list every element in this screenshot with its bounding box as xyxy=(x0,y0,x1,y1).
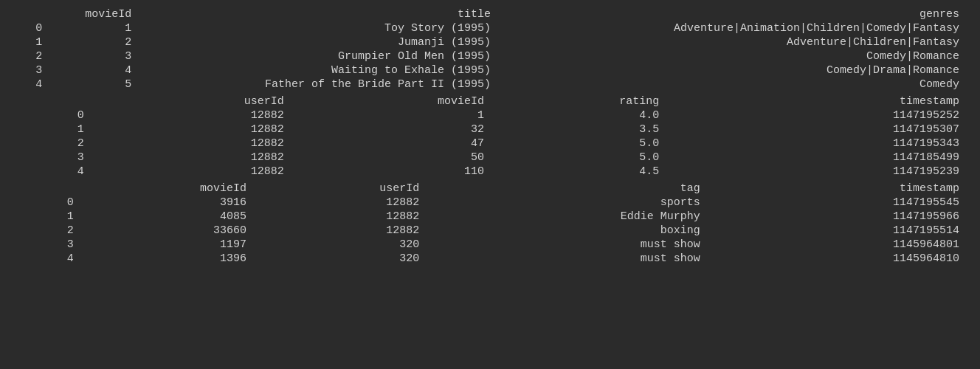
row-index: 3 xyxy=(15,151,90,165)
ratings-header-userid: userId xyxy=(90,94,290,108)
row-movieid: 110 xyxy=(290,165,490,179)
row-index: 2 xyxy=(15,137,90,151)
table-row: 4 12882 110 4.5 1147195239 xyxy=(15,165,965,179)
row-index: 1 xyxy=(15,123,90,137)
row-index: 4 xyxy=(15,252,80,266)
ratings-table: userId movieId rating timestamp 0 12882 … xyxy=(15,94,965,179)
row-movieid: 32 xyxy=(290,123,490,137)
table-row: 2 12882 47 5.0 1147195343 xyxy=(15,137,965,151)
tags-header-index xyxy=(15,182,80,196)
table-row: 4 1396 320 must show 1145964810 xyxy=(15,252,965,266)
row-movieid: 3916 xyxy=(80,196,252,210)
row-index: 2 xyxy=(15,49,48,63)
row-index: 4 xyxy=(15,165,90,179)
row-movieid: 1 xyxy=(290,108,490,123)
row-movieid: 4085 xyxy=(80,210,252,224)
row-movieid: 1197 xyxy=(80,238,252,252)
ratings-header-rating: rating xyxy=(490,94,665,108)
movies-header-genres: genres xyxy=(497,7,965,21)
row-userid: 320 xyxy=(252,238,425,252)
row-userid: 12882 xyxy=(90,165,290,179)
row-movieid: 33660 xyxy=(80,224,252,238)
row-rating: 4.0 xyxy=(490,108,665,123)
tags-header-movieid: movieId xyxy=(80,182,252,196)
row-index: 0 xyxy=(15,21,48,35)
row-index: 4 xyxy=(15,77,48,92)
table-row: 0 12882 1 4.0 1147195252 xyxy=(15,108,965,123)
tags-table: movieId userId tag timestamp 0 3916 1288… xyxy=(15,182,965,266)
row-index: 1 xyxy=(15,210,80,224)
ratings-header: userId movieId rating timestamp xyxy=(15,94,965,108)
row-rating: 5.0 xyxy=(490,151,665,165)
row-movieid: 47 xyxy=(290,137,490,151)
row-rating: 4.5 xyxy=(490,165,665,179)
movies-table: movieId title genres 0 1 Toy Story (1995… xyxy=(15,7,965,92)
row-timestamp: 1147185499 xyxy=(665,151,965,165)
row-title: Toy Story (1995) xyxy=(137,21,497,35)
row-index: 0 xyxy=(15,196,80,210)
row-title: Jumanji (1995) xyxy=(137,35,497,49)
row-timestamp: 1147195545 xyxy=(706,196,965,210)
row-userid: 12882 xyxy=(90,123,290,137)
row-index: 3 xyxy=(15,238,80,252)
row-index: 2 xyxy=(15,224,80,238)
row-movieid: 2 xyxy=(48,35,137,49)
table-row: 0 3916 12882 sports 1147195545 xyxy=(15,196,965,210)
row-userid: 12882 xyxy=(252,224,425,238)
row-movieid: 50 xyxy=(290,151,490,165)
row-timestamp: 1145964810 xyxy=(706,252,965,266)
row-timestamp: 1145964801 xyxy=(706,238,965,252)
row-tag: must show xyxy=(425,238,706,252)
row-movieid: 4 xyxy=(48,63,137,77)
table-row: 3 12882 50 5.0 1147185499 xyxy=(15,151,965,165)
row-timestamp: 1147195307 xyxy=(665,123,965,137)
row-genres: Comedy|Romance xyxy=(497,49,965,63)
row-index: 0 xyxy=(15,108,90,123)
row-index: 3 xyxy=(15,63,48,77)
table-row: 2 33660 12882 boxing 1147195514 xyxy=(15,224,965,238)
ratings-header-timestamp: timestamp xyxy=(665,94,965,108)
row-userid: 12882 xyxy=(90,151,290,165)
row-tag: must show xyxy=(425,252,706,266)
row-timestamp: 1147195514 xyxy=(706,224,965,238)
table-row: 1 2 Jumanji (1995) Adventure|Children|Fa… xyxy=(15,35,965,49)
row-genres: Adventure|Children|Fantasy xyxy=(497,35,965,49)
row-tag: Eddie Murphy xyxy=(425,210,706,224)
row-movieid: 5 xyxy=(48,77,137,92)
row-timestamp: 1147195966 xyxy=(706,210,965,224)
row-userid: 12882 xyxy=(252,196,425,210)
tags-header-timestamp: timestamp xyxy=(706,182,965,196)
row-title: Father of the Bride Part II (1995) xyxy=(137,77,497,92)
movies-header: movieId title genres xyxy=(15,7,965,21)
row-userid: 12882 xyxy=(252,210,425,224)
row-title: Grumpier Old Men (1995) xyxy=(137,49,497,63)
row-title: Waiting to Exhale (1995) xyxy=(137,63,497,77)
table-row: 3 1197 320 must show 1145964801 xyxy=(15,238,965,252)
row-movieid: 3 xyxy=(48,49,137,63)
row-timestamp: 1147195252 xyxy=(665,108,965,123)
row-index: 1 xyxy=(15,35,48,49)
table-row: 2 3 Grumpier Old Men (1995) Comedy|Roman… xyxy=(15,49,965,63)
row-timestamp: 1147195343 xyxy=(665,137,965,151)
table-row: 0 1 Toy Story (1995) Adventure|Animation… xyxy=(15,21,965,35)
tags-header-userid: userId xyxy=(252,182,425,196)
row-rating: 3.5 xyxy=(490,123,665,137)
ratings-header-index xyxy=(15,94,90,108)
table-row: 3 4 Waiting to Exhale (1995) Comedy|Dram… xyxy=(15,63,965,77)
movies-header-title: title xyxy=(137,7,497,21)
row-userid: 12882 xyxy=(90,137,290,151)
movies-header-movieid: movieId xyxy=(48,7,137,21)
row-genres: Comedy xyxy=(497,77,965,92)
row-timestamp: 1147195239 xyxy=(665,165,965,179)
table-row: 1 12882 32 3.5 1147195307 xyxy=(15,123,965,137)
table-row: 4 5 Father of the Bride Part II (1995) C… xyxy=(15,77,965,92)
ratings-header-movieid: movieId xyxy=(290,94,490,108)
row-tag: boxing xyxy=(425,224,706,238)
row-userid: 320 xyxy=(252,252,425,266)
tags-header-tag: tag xyxy=(425,182,706,196)
row-genres: Adventure|Animation|Children|Comedy|Fant… xyxy=(497,21,965,35)
row-tag: sports xyxy=(425,196,706,210)
table-row: 1 4085 12882 Eddie Murphy 1147195966 xyxy=(15,210,965,224)
movies-header-index xyxy=(15,7,48,21)
row-rating: 5.0 xyxy=(490,137,665,151)
